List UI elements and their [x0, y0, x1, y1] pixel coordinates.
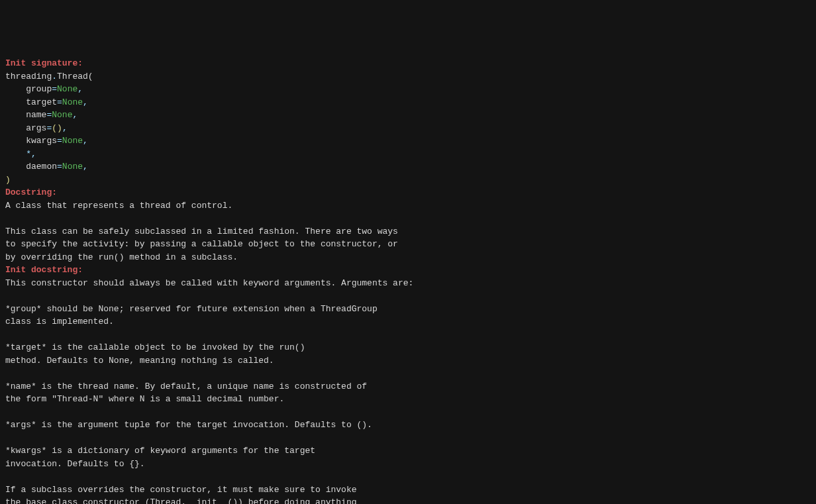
param-value-none: None [57, 84, 77, 94]
class-module: threading [5, 72, 52, 81]
init-docstring-line [5, 432, 811, 445]
open-paren: ( [88, 72, 93, 81]
param-value-none: None [62, 97, 83, 107]
init-docstring-line [5, 367, 811, 380]
init-docstring-line [5, 289, 811, 303]
init-docstring-line [5, 328, 811, 342]
init-docstring-line [5, 406, 811, 419]
docstring-header: Docstring: [5, 187, 57, 197]
init-docstring-line [5, 470, 811, 483]
init-docstring-line: *kwargs* is a dictionary of keyword argu… [5, 444, 811, 458]
param-name-kwargs: kwargs [26, 136, 57, 146]
eq-operator: = [52, 84, 57, 94]
param-star: * [26, 149, 31, 159]
comma: , [83, 162, 88, 172]
param-name-group: group [26, 84, 52, 94]
init-docstring-line: *target* is the callable object to be in… [5, 341, 811, 354]
init-signature-header: Init signature: [5, 58, 83, 68]
help-output: Init signature:threading.Thread( group=N… [5, 57, 811, 504]
tuple-close: ) [57, 123, 62, 133]
docstring-line [5, 212, 811, 225]
init-docstring-line: method. Defaults to None, meaning nothin… [5, 354, 811, 368]
init-docstring-line: class is implemented. [5, 315, 811, 328]
init-docstring-header: Init docstring: [5, 265, 83, 275]
param-name-name: name [26, 110, 46, 120]
comma: , [31, 149, 36, 159]
param-value-none: None [62, 162, 83, 172]
class-name: Thread [57, 72, 88, 81]
init-docstring-line: the form "Thread-N" where N is a small d… [5, 393, 811, 406]
docstring-line: to specify the activity: by passing a ca… [5, 238, 811, 251]
param-name-daemon: daemon [26, 162, 57, 172]
init-docstring-line: the base class constructor (Thread.__ini… [5, 496, 811, 504]
docstring-line: A class that represents a thread of cont… [5, 199, 811, 213]
comma: , [83, 136, 88, 146]
init-docstring-line: If a subclass overrides the constructor,… [5, 483, 811, 497]
comma: , [83, 97, 88, 107]
comma: , [62, 123, 68, 133]
eq-operator: = [57, 97, 62, 107]
comma: , [77, 84, 83, 94]
dot-operator: . [52, 72, 57, 81]
init-docstring-line: *name* is the thread name. By default, a… [5, 380, 811, 393]
param-value-none: None [62, 136, 83, 146]
init-docstring-line: invocation. Defaults to {}. [5, 458, 811, 471]
init-docstring-line: *group* should be None; reserved for fut… [5, 303, 811, 316]
eq-operator: = [57, 162, 62, 172]
docstring-line: by overriding the run() method in a subc… [5, 251, 811, 264]
param-value-none: None [52, 110, 72, 120]
init-docstring-line: *args* is the argument tuple for the tar… [5, 419, 811, 432]
param-name-args: args [26, 123, 46, 133]
eq-operator: = [57, 136, 62, 146]
tuple-open: ( [52, 123, 57, 133]
close-paren: ) [5, 175, 11, 185]
docstring-line: This class can be safely subclassed in a… [5, 225, 811, 238]
init-docstring-line: This constructor should always be called… [5, 277, 811, 290]
param-name-target: target [26, 97, 57, 107]
comma: , [72, 110, 77, 120]
